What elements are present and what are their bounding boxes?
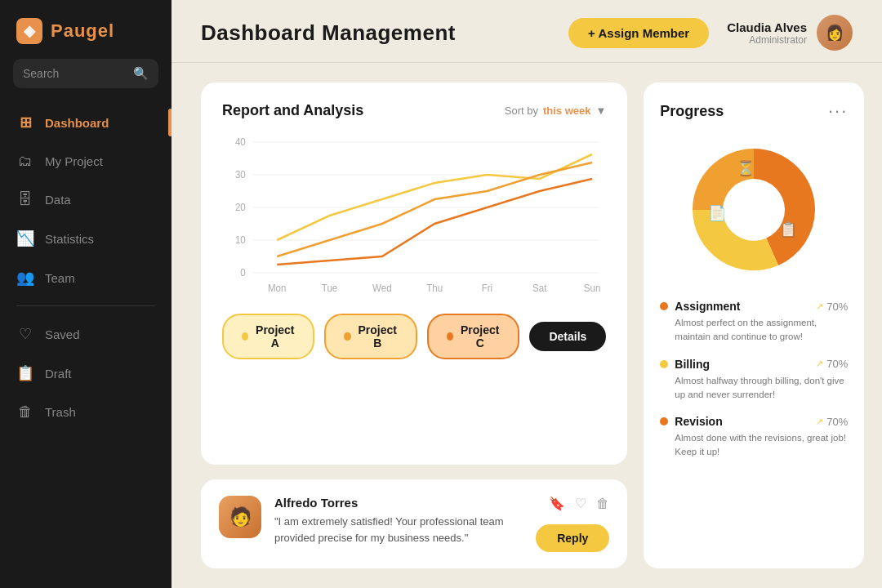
sidebar-item-label: Saved [45,327,80,341]
right-panel: Progress ··· ⏳ [644,82,864,568]
team-icon: 👥 [16,269,34,287]
app-name: Paugel [51,20,114,42]
comment-text: "I am extremely satisfied! Your professi… [274,514,523,546]
sort-value[interactable]: this week [543,105,591,117]
commenter-name: Alfredo Torres [274,496,523,510]
billing-dot [660,360,668,368]
revision-name: Revision [675,415,722,428]
more-options-button[interactable]: ··· [828,100,848,122]
sidebar-item-label: Data [45,193,71,207]
sidebar-item-saved[interactable]: ♡ Saved [0,314,172,354]
content-area: Report and Analysis Sort by this week ▼ [172,63,882,588]
sidebar-item-team[interactable]: 👥 Team [0,258,172,297]
project-a-label: Project A [255,323,295,350]
progress-header: Progress ··· [660,100,848,122]
comment-actions: 🔖 ♡ 🗑 Reply [536,496,609,552]
progress-item-header: Billing ↗ 70% [660,358,848,371]
action-icons: 🔖 ♡ 🗑 [549,496,609,511]
line-chart: 40 30 20 10 0 Mon Tue Wed Thu Fri Sat Su… [222,134,606,301]
svg-text:📋: 📋 [779,220,798,238]
billing-name: Billing [675,358,710,371]
assignment-name: Assignment [675,300,740,313]
billing-pct: ↗ 70% [816,358,848,370]
sidebar-item-label: Team [45,271,75,285]
heart-icon[interactable]: ♡ [575,496,586,511]
chart-header: Report and Analysis Sort by this week ▼ [222,102,606,119]
details-button[interactable]: Details [529,322,606,351]
draft-icon: 📋 [16,364,34,382]
main-area: Dashboard Management + Assign Member Cla… [172,0,882,588]
svg-text:Thu: Thu [426,283,443,293]
project-b-button[interactable]: Project B [324,314,416,359]
comment-card: 🧑 Alfredo Torres "I am extremely satisfi… [201,479,627,568]
reply-button[interactable]: Reply [536,524,609,552]
logo-icon: ◈ [16,18,42,44]
svg-text:Sun: Sun [584,283,600,293]
sidebar-divider [16,305,155,306]
progress-item-revision: Revision ↗ 70% Almost done with the revi… [660,415,848,460]
svg-point-17 [723,179,785,241]
dashboard-icon: ⊞ [16,114,34,131]
sidebar-item-label: My Project [45,154,103,168]
chevron-down-icon: ▼ [595,105,606,117]
svg-text:Sat: Sat [532,283,547,293]
project-a-button[interactable]: Project A [222,314,314,359]
header: Dashboard Management + Assign Member Cla… [172,0,882,63]
data-icon: 🗄 [16,191,34,208]
assign-member-button[interactable]: + Assign Member [568,18,709,48]
sidebar-item-data[interactable]: 🗄 Data [0,180,172,219]
progress-item-assignment: Assignment ↗ 70% Almost perfect on the a… [660,300,848,345]
project-buttons: Project A Project B Project C Details [222,314,606,359]
svg-text:10: 10 [235,234,246,245]
svg-text:Wed: Wed [372,283,391,293]
trash-icon: 🗑 [16,403,34,421]
svg-text:40: 40 [235,136,246,147]
header-right: + Assign Member Claudia Alves Administra… [568,15,853,51]
sidebar-item-label: Statistics [45,232,94,246]
project-c-label: Project C [460,323,500,350]
svg-text:30: 30 [235,169,246,180]
project-c-dot [447,332,453,341]
project-c-button[interactable]: Project C [427,314,519,359]
progress-item-header: Revision ↗ 70% [660,415,848,428]
up-icon: ↗ [816,416,823,427]
svg-text:0: 0 [240,267,246,278]
search-container[interactable]: 🔍 [13,59,158,88]
sidebar-item-label: Trash [45,405,76,419]
delete-icon[interactable]: 🗑 [596,497,609,511]
svg-text:Mon: Mon [268,283,286,293]
up-icon: ↗ [816,301,823,312]
sidebar-item-trash[interactable]: 🗑 Trash [0,393,172,431]
sidebar-item-label: Dashboard [45,116,109,130]
sidebar: ◈ Paugel 🔍 ⊞ Dashboard 🗂 My Project 🗄 Da… [0,0,172,588]
chart-title: Report and Analysis [222,102,363,119]
comment-body: Alfredo Torres "I am extremely satisfied… [274,496,523,546]
up-icon: ↗ [816,359,823,369]
project-a-dot [242,332,248,341]
sidebar-item-dashboard[interactable]: ⊞ Dashboard [0,103,172,142]
project-b-dot [344,332,350,341]
user-text: Claudia Alves Administrator [727,20,807,46]
sort-by: Sort by this week ▼ [505,105,607,117]
chart-card: Report and Analysis Sort by this week ▼ [201,82,627,465]
revision-desc: Almost done with the revisions, great jo… [660,431,848,460]
svg-text:⏳: ⏳ [737,159,755,177]
pie-chart-container: ⏳ 📄 📋 [660,136,848,283]
svg-text:Tue: Tue [322,283,338,293]
sidebar-item-draft[interactable]: 📋 Draft [0,354,172,393]
search-input[interactable] [23,67,127,80]
search-icon: 🔍 [133,66,149,81]
sidebar-item-statistics[interactable]: 📉 Statistics [0,219,172,258]
sidebar-item-my-project[interactable]: 🗂 My Project [0,142,172,180]
statistics-icon: 📉 [16,229,34,247]
assignment-dot [660,302,668,310]
svg-text:20: 20 [235,202,246,212]
bookmark-icon[interactable]: 🔖 [549,496,565,511]
assignment-pct: ↗ 70% [816,301,848,313]
user-role: Administrator [727,34,807,46]
heart-icon: ♡ [16,325,34,343]
app-logo[interactable]: ◈ Paugel [0,0,172,59]
user-name: Claudia Alves [727,20,807,34]
commenter-avatar: 🧑 [219,496,261,538]
revision-pct: ↗ 70% [816,416,848,428]
